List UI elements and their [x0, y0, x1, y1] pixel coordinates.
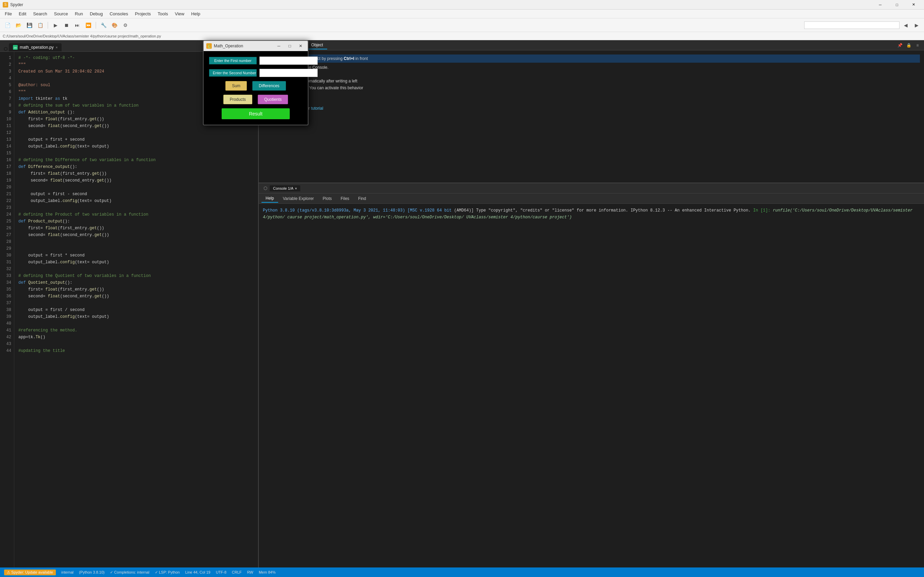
- panel-lock-btn[interactable]: 🔒: [905, 42, 913, 49]
- path-input[interactable]: C:\Users\soul: [804, 21, 900, 29]
- editor-gutter-toggle[interactable]: ⬡: [3, 46, 8, 52]
- status-lsp: ✓ LSP: Python: [155, 570, 180, 575]
- copyright-line: Type "copyright", "credits" or "license"…: [476, 208, 628, 213]
- math-dialog-title-text: Math_Operation: [214, 44, 272, 48]
- second-number-row: Enter the Second Number: [209, 69, 302, 77]
- panel-pin-btn[interactable]: 📌: [896, 42, 903, 49]
- toolbar-settings[interactable]: ⚙: [121, 21, 130, 30]
- status-line-col: Line 44, Col 19: [185, 570, 211, 574]
- menu-source[interactable]: Source: [51, 10, 71, 18]
- toolbar-debug[interactable]: 🔧: [99, 21, 108, 30]
- prompt: In [1]:: [753, 208, 770, 213]
- tab-help[interactable]: Help: [262, 195, 278, 203]
- help-panel: Source Console Object 📌 🔒 ≡ e you can ge…: [259, 40, 924, 183]
- status-internal: internal: [61, 570, 74, 574]
- help-intro-text2: in front: [354, 56, 368, 61]
- menu-projects[interactable]: Projects: [132, 10, 154, 18]
- right-tab-controls: 📌 🔒 ≡: [896, 42, 921, 49]
- right-tabs: Source Console Object 📌 🔒 ≡: [259, 40, 924, 50]
- status-completions: ✓ Completions: internal: [110, 570, 149, 575]
- path-nav-forward[interactable]: ▶: [912, 21, 921, 30]
- tab-close-button[interactable]: ×: [56, 46, 58, 49]
- toolbar-save[interactable]: 💾: [24, 21, 34, 30]
- status-bar: ⚠ Spyder: Update available internal (Pyt…: [0, 567, 924, 577]
- ipython-line: IPython 8.12.3 -- An enhanced Interactiv…: [630, 208, 751, 213]
- toolbar: 📄 📂 💾 📋 ▶ ⏹ ⏭ ⏩ 🔧 🎨 ⚙ C:\Users\soul ◀ ▶: [0, 18, 924, 32]
- status-python-version: (Python 3.8.10): [79, 570, 104, 574]
- tab-files[interactable]: Files: [337, 195, 354, 202]
- window-controls: ─ □ ✕: [873, 2, 921, 8]
- second-number-input[interactable]: [259, 69, 318, 77]
- math-dialog-minimize[interactable]: ─: [275, 43, 283, 49]
- menu-consoles[interactable]: Consoles: [106, 10, 132, 18]
- tab-variable-explorer[interactable]: Variable Explorer: [279, 195, 318, 202]
- line-numbers: 1234567891011121314151617181920212223242…: [0, 52, 14, 577]
- toolbar-open[interactable]: 📂: [14, 21, 23, 30]
- status-mem: Mem 84%: [259, 570, 276, 574]
- minimize-button[interactable]: ─: [873, 2, 888, 8]
- math-dialog-titlebar[interactable]: 🐍 Math_Operation ─ □ ✕: [204, 41, 308, 51]
- menu-edit[interactable]: Edit: [15, 10, 30, 18]
- menu-tools[interactable]: Tools: [154, 10, 171, 18]
- help-content: e you can get help of any object by pres…: [259, 50, 924, 182]
- right-panel: Source Console Object 📌 🔒 ≡ e you can ge…: [259, 40, 924, 577]
- console-tab-label: Console 1/A: [273, 186, 294, 190]
- tab-plots[interactable]: Plots: [319, 195, 336, 202]
- update-warning[interactable]: ⚠ Spyder: Update available: [4, 569, 56, 575]
- menu-search[interactable]: Search: [30, 10, 50, 18]
- toolbar-step[interactable]: ⏭: [72, 21, 82, 30]
- platform-line: (AMD64)]: [454, 208, 474, 213]
- toolbar-palette[interactable]: 🎨: [109, 21, 119, 30]
- python-file-icon: py: [13, 45, 18, 50]
- close-button[interactable]: ✕: [906, 2, 921, 8]
- products-button[interactable]: Products: [223, 95, 252, 104]
- toolbar-new[interactable]: 📄: [3, 21, 12, 30]
- console-tab[interactable]: Console 1/A ×: [270, 185, 300, 192]
- math-dialog-maximize[interactable]: □: [285, 43, 294, 49]
- menu-file[interactable]: File: [2, 10, 15, 18]
- console-content[interactable]: Python 3.8.10 (tags/v3.8.10:3d8993a, May…: [259, 204, 924, 577]
- first-number-row: Enter the First number: [209, 56, 302, 65]
- status-encoding: UTF-8: [216, 570, 227, 574]
- toolbar-sep-1: [48, 22, 48, 29]
- tab-find[interactable]: Find: [354, 195, 370, 202]
- console-tab-group: ⬡ Console 1/A ×: [262, 185, 300, 192]
- console-tab-close[interactable]: ×: [295, 186, 297, 190]
- status-line-endings: CRLF: [232, 570, 242, 574]
- result-row: Result: [209, 108, 302, 119]
- python-version-line: Python 3.8.10 (tags/v3.8.10:3d8993a, May…: [263, 208, 452, 213]
- menu-help[interactable]: Help: [188, 10, 204, 18]
- breadcrumb: C:/Users/soul/OneDrive/Desktop/UVAclass/…: [0, 32, 924, 40]
- breadcrumb-path: C:/Users/soul/OneDrive/Desktop/UVAclass/…: [3, 34, 161, 38]
- maximize-button[interactable]: □: [889, 2, 905, 8]
- toolbar-run[interactable]: ▶: [51, 21, 60, 30]
- tab-object[interactable]: Object: [307, 41, 327, 49]
- console-tab-bar: ⬡ Console 1/A ×: [259, 183, 924, 193]
- sum-button[interactable]: Sum: [225, 81, 247, 90]
- editor-tab-active[interactable]: py math_operation.py ×: [9, 43, 62, 52]
- toolbar-copy[interactable]: 📋: [35, 21, 45, 30]
- toolbar-continue[interactable]: ⏩: [84, 21, 93, 30]
- result-button[interactable]: Result: [222, 108, 290, 119]
- differences-button[interactable]: Differences: [252, 81, 286, 90]
- toolbar-stop[interactable]: ⏹: [62, 21, 71, 30]
- first-number-input[interactable]: [259, 56, 318, 65]
- menu-bar: File Edit Search Source Run Debug Consol…: [0, 10, 924, 18]
- menu-debug[interactable]: Debug: [87, 10, 106, 18]
- first-number-label[interactable]: Enter the First number: [209, 57, 257, 64]
- help-tutorial-link[interactable]: tutorial: [311, 106, 323, 111]
- console-panel-toggle[interactable]: ⬡: [262, 185, 269, 192]
- help-hotkey: Ctrl+I: [344, 56, 354, 61]
- menu-view[interactable]: View: [171, 10, 188, 18]
- tab-filename: math_operation.py: [20, 45, 53, 50]
- path-nav-back[interactable]: ◀: [901, 21, 910, 30]
- second-number-label[interactable]: Enter the Second Number: [209, 69, 257, 77]
- quotients-button[interactable]: Quotients: [258, 95, 288, 104]
- math-dialog-body: Enter the First number Enter the Second …: [204, 51, 308, 125]
- math-dialog-close[interactable]: ✕: [296, 43, 305, 49]
- code-content[interactable]: # -*- coding: utf-8 -*- """ Created on S…: [14, 52, 258, 577]
- panel-close-btn[interactable]: ≡: [914, 42, 921, 49]
- math-dialog-icon: 🐍: [206, 43, 212, 49]
- menu-run[interactable]: Run: [71, 10, 87, 18]
- status-rw: RW: [247, 570, 253, 574]
